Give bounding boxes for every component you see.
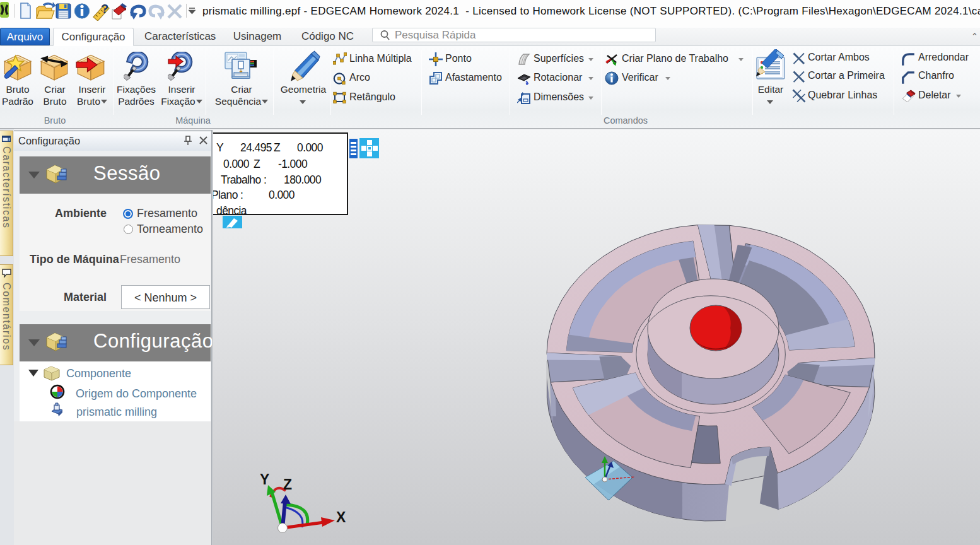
svg-text:Z: Z — [283, 476, 292, 493]
svg-text:X: X — [336, 509, 346, 525]
svg-text:?: ? — [101, 2, 108, 16]
svg-text:Y: Y — [260, 471, 269, 488]
